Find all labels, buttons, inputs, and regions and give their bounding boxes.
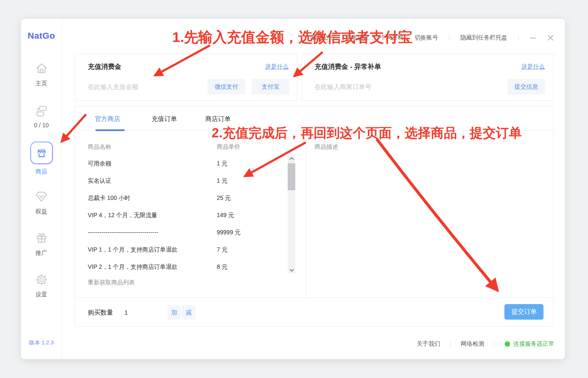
status-dot-icon <box>505 341 510 346</box>
promotion-icon <box>34 231 49 246</box>
sidebar-item-label: 设置 <box>21 291 62 299</box>
minimize-button[interactable] <box>530 34 536 41</box>
refresh-products-link[interactable]: 重新获取商品列表 <box>88 279 135 286</box>
recharge-help-link[interactable]: 这是什么 <box>265 63 289 71</box>
quantity-value: 1 <box>124 309 128 316</box>
scroll-down-arrow[interactable] <box>288 267 295 273</box>
merchant-order-input[interactable] <box>315 79 470 94</box>
sidebar-item-promotion[interactable]: 推广 <box>21 231 62 257</box>
submit-order-button[interactable]: 提交订单 <box>504 304 543 320</box>
shop-tab-bar: 官方商店 充值订单 商店订单 <box>75 106 553 131</box>
abnormal-help-link[interactable]: 这是什么 <box>521 63 545 71</box>
menu-realname[interactable]: 实名认证 <box>346 34 369 42</box>
about-us-link[interactable]: 关于我们 <box>417 340 440 348</box>
sidebar-item-settings[interactable]: 设置 <box>21 272 62 299</box>
divider <box>450 341 451 347</box>
app-window: NatGo 主页 0 / 10 商店 <box>21 19 565 359</box>
close-icon <box>547 34 554 41</box>
sidebar-item-label: 主页 <box>21 80 62 87</box>
recharge-amount-input[interactable] <box>88 79 201 94</box>
column-product-desc: 商品描述 <box>315 143 338 151</box>
settings-icon <box>34 272 49 287</box>
server-status-label: 连接服务器正常 <box>513 340 554 348</box>
divider <box>494 341 495 347</box>
quantity-label: 购买数量 <box>88 309 113 317</box>
product-price: 149 元 <box>217 212 234 219</box>
divider <box>449 34 449 41</box>
active-tab-underline <box>95 129 125 131</box>
wechat-pay-button[interactable]: 微信支付 <box>207 79 245 94</box>
tab-recharge-orders[interactable]: 充值订单 <box>152 115 177 123</box>
shop-active-frame <box>30 142 53 164</box>
product-price: 1 元 <box>217 177 228 185</box>
chevron-up-icon <box>289 157 294 160</box>
tab-shop-orders[interactable]: 商店订单 <box>205 115 231 123</box>
sidebar-item-label: 推广 <box>21 249 62 257</box>
column-product-price: 商品单价 <box>217 143 240 151</box>
shop-panel: 官方商店 充值订单 商店订单 商品名称 商品单价 商品描述 可用余额 1 元 实… <box>75 106 554 327</box>
product-name[interactable]: 总裁卡 100 小时 <box>88 194 130 202</box>
product-name[interactable]: VIP 4，12 个月，无限流量 <box>88 212 157 219</box>
close-button[interactable] <box>547 34 554 41</box>
column-product-name: 商品名称 <box>88 143 111 151</box>
minimize-icon <box>530 34 536 41</box>
product-name[interactable]: ------------------------------------ <box>88 229 158 236</box>
product-list-scrollbar[interactable] <box>288 155 295 273</box>
recharge-panel-title: 充值消费金 <box>88 63 121 71</box>
alipay-button[interactable]: 支付宝 <box>252 79 289 94</box>
tunnels-icon <box>34 104 49 118</box>
menu-hide-to-tray[interactable]: 隐藏到任务栏托盘 <box>460 34 507 42</box>
product-price: 7 元 <box>217 246 228 254</box>
tab-official-shop[interactable]: 官方商店 <box>95 115 120 123</box>
home-icon <box>34 61 49 76</box>
sidebar-item-home[interactable]: 主页 <box>21 61 62 87</box>
abnormal-order-panel: 充值消费金 - 异常补单 这是什么 提交信息 <box>302 54 554 101</box>
divider <box>518 34 519 41</box>
app-logo: NatGo <box>21 31 62 41</box>
product-name[interactable]: VIP 1，1 个月，支持商店订单退款 <box>88 246 178 254</box>
footer: 关于我们 网络检测 连接服务器正常 <box>417 340 554 348</box>
product-price: 25 元 <box>217 194 231 202</box>
menu-announcements[interactable]: 最新公告 <box>311 34 335 42</box>
network-check-link[interactable]: 网络检测 <box>461 340 484 348</box>
shop-icon <box>34 146 49 160</box>
product-name[interactable]: 可用余额 <box>88 160 111 168</box>
column-divider <box>306 131 307 297</box>
server-status[interactable]: 连接服务器正常 <box>505 340 554 348</box>
sidebar-item-label: 0 / 10 <box>21 122 62 129</box>
chevron-down-icon <box>289 269 294 272</box>
menu-switch-account[interactable]: 切换账号 <box>415 34 438 42</box>
title-bar: 最新公告 实名认证 个人资料 切换账号 隐藏到任务栏托盘 <box>311 34 554 42</box>
quantity-minus-button[interactable]: 减 <box>182 305 195 320</box>
sidebar-item-shop[interactable]: 商店 <box>21 142 62 176</box>
sidebar-item-label: 商店 <box>21 168 62 176</box>
app-version: 版本 1.2.3 <box>21 339 62 346</box>
product-name[interactable]: 实名认证 <box>88 177 111 185</box>
sidebar-item-benefits[interactable]: 权益 <box>21 189 62 215</box>
recharge-panel: 充值消费金 这是什么 微信支付 支付宝 <box>75 54 297 101</box>
product-price: 1 元 <box>217 160 228 168</box>
scroll-up-arrow[interactable] <box>288 155 295 162</box>
abnormal-panel-title: 充值消费金 - 异常补单 <box>315 63 381 71</box>
sidebar-item-label: 权益 <box>21 208 62 215</box>
product-name[interactable]: VIP 2，1 个月，支持商店订单退款 <box>88 263 178 271</box>
sidebar-item-tunnels[interactable]: 0 / 10 <box>21 104 62 129</box>
purchase-row-divider <box>75 297 553 298</box>
product-price: 8 元 <box>217 263 228 271</box>
scrollbar-thumb[interactable] <box>288 163 295 190</box>
quantity-plus-button[interactable]: 加 <box>168 305 181 320</box>
benefits-icon <box>34 189 49 204</box>
sidebar: NatGo 主页 0 / 10 商店 <box>21 19 62 359</box>
product-price: 99999 元 <box>217 229 241 236</box>
submit-info-button[interactable]: 提交信息 <box>507 79 545 94</box>
menu-profile[interactable]: 个人资料 <box>380 34 404 42</box>
